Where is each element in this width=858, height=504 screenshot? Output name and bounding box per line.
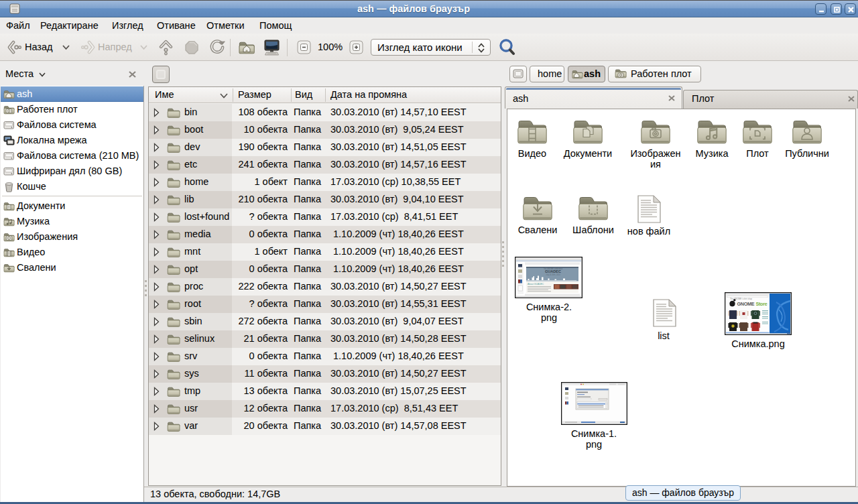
svg-text:July 24-30th, 2010: July 24-30th, 2010 (546, 273, 560, 276)
svg-text:The GNOME t-shirt shop: The GNOME t-shirt shop (730, 298, 752, 300)
svg-text:Store: Store (756, 301, 768, 307)
svg-text:About GUADEC: About GUADEC (528, 283, 544, 286)
svg-text:GNOME: GNOME (737, 301, 755, 307)
svg-text:The GNOME conference: The GNOME conference (544, 267, 563, 270)
